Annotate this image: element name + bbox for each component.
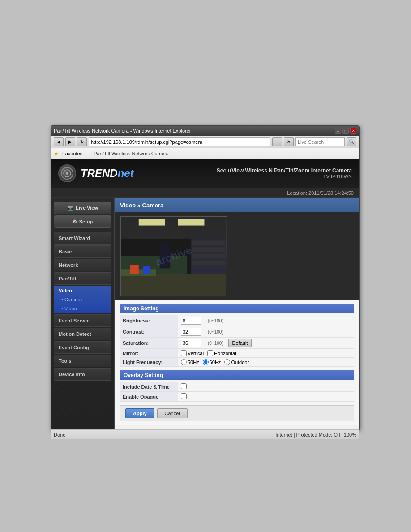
forward-button[interactable]: ▶	[65, 137, 75, 146]
freq-60hz-label[interactable]: 60Hz	[203, 359, 221, 365]
include-date-label: Include Date & Time	[120, 382, 178, 392]
sidebar-sub-camera[interactable]: • Camera	[54, 295, 111, 304]
apply-button[interactable]: Apply	[125, 408, 154, 418]
contrast-input[interactable]	[181, 328, 201, 336]
security-zone: Internet | Protected Mode: Off	[275, 432, 340, 438]
include-date-checkbox[interactable]	[181, 383, 187, 389]
mirror-options: Vertical Horizontal	[181, 350, 351, 356]
restore-button[interactable]: □	[342, 128, 349, 134]
sidebar-menu: Smart Wizard Basic Network Pan/Tilt Vide…	[54, 231, 111, 381]
content-area: Video » Camera	[115, 198, 359, 429]
enable-opaque-checkbox[interactable]	[181, 393, 187, 399]
sidebar-item-event-server[interactable]: Event Server	[54, 314, 111, 327]
svg-rect-11	[192, 254, 225, 258]
brightness-range: (0~100)	[205, 315, 354, 326]
gear-icon: ⚙	[73, 219, 77, 225]
window-controls: – □ ✕	[335, 128, 356, 134]
saturation-input[interactable]	[181, 339, 201, 347]
page-title: Video » Camera	[120, 202, 163, 209]
sidebar-item-event-config[interactable]: Event Config	[54, 341, 111, 354]
svg-rect-12	[192, 261, 225, 265]
image-settings-table: Brightness: (0~100) Contrast: (0~100) Sa…	[120, 315, 354, 367]
brightness-row: Brightness: (0~100)	[120, 315, 354, 326]
live-view-button[interactable]: 📷 Live View	[54, 202, 111, 214]
mirror-vertical-label[interactable]: Vertical	[181, 350, 204, 356]
refresh-button[interactable]: ↻	[77, 137, 87, 146]
header-info: SecurView Wireless N Pan/Tilt/Zoom Inter…	[217, 167, 352, 179]
url-input[interactable]	[89, 137, 270, 146]
content-header: Video » Camera	[115, 198, 359, 212]
svg-rect-17	[130, 265, 139, 274]
search-icon[interactable]: 🔍	[347, 137, 356, 146]
freq-50hz-label[interactable]: 50Hz	[181, 359, 199, 365]
sidebar-item-basic[interactable]: Basic	[54, 245, 111, 258]
action-buttons: Apply Cancel	[120, 405, 354, 421]
datetime-value: 2011/01/28 14:24:50	[308, 190, 354, 196]
svg-rect-9	[192, 241, 225, 245]
svg-point-14	[160, 243, 170, 256]
sidebar-item-network[interactable]: Network	[54, 259, 111, 271]
minimize-button[interactable]: –	[335, 128, 341, 134]
zoom-level: 100%	[344, 432, 356, 438]
sidebar-item-video[interactable]: Video • Camera • Video	[54, 286, 111, 313]
logo-icon	[58, 164, 76, 182]
enable-opaque-row: Enable Opaque	[120, 392, 354, 402]
brightness-label: Brightness:	[120, 315, 178, 326]
light-freq-row: Light Frequency: 50Hz 60Hz	[120, 358, 354, 367]
svg-rect-10	[192, 247, 225, 252]
mirror-horizontal-label[interactable]: Horizontal	[207, 350, 236, 356]
go-button[interactable]: →	[272, 137, 282, 146]
contrast-range: (0~100)	[205, 326, 354, 338]
title-bar: Pan/Tilt Wireless Network Camera - Windo…	[51, 126, 359, 136]
status-right: Internet | Protected Mode: Off 100%	[275, 432, 356, 438]
browser-window: Pan/Tilt Wireless Network Camera - Windo…	[51, 125, 360, 430]
freq-outdoor-label[interactable]: Outdoor	[224, 359, 249, 365]
sidebar: 📷 Live View ⚙ Setup Smart Wizard Basic N…	[51, 198, 115, 429]
stop-button[interactable]: ✕	[284, 137, 294, 146]
camera-header: TRENDnet SecurView Wireless N Pan/Tilt/Z…	[51, 159, 359, 188]
sidebar-item-device-info[interactable]: Device Info	[54, 368, 111, 381]
star-icon: ★	[54, 150, 59, 157]
enable-opaque-label: Enable Opaque	[120, 392, 178, 402]
location-bar: Location: 2011/01/28 14:24:50	[51, 188, 359, 198]
address-bar: ◀ ▶ ↻ → ✕ 🔍	[51, 136, 359, 148]
camera-ui: TRENDnet SecurView Wireless N Pan/Tilt/Z…	[51, 159, 359, 429]
brand-trend: TREND	[81, 167, 118, 179]
sidebar-item-tools[interactable]: Tools	[54, 355, 111, 367]
sidebar-item-smart-wizard[interactable]: Smart Wizard	[54, 232, 111, 245]
freq-outdoor-radio[interactable]	[224, 359, 230, 365]
default-button[interactable]: Default	[228, 339, 252, 347]
model-number: TV-IP410WN	[217, 174, 352, 179]
sidebar-sub-video[interactable]: • Video	[54, 304, 111, 313]
status-text: Done	[54, 432, 65, 438]
mirror-vertical-checkbox[interactable]	[181, 350, 187, 356]
svg-rect-4	[121, 217, 227, 239]
window-title: Pan/Tilt Wireless Network Camera - Windo…	[54, 128, 191, 133]
sidebar-item-motion-detect[interactable]: Motion Detect	[54, 328, 111, 340]
mirror-row: Mirror: Vertical Horizontal	[120, 349, 354, 358]
contrast-label: Contrast:	[120, 326, 178, 338]
mirror-label: Mirror:	[120, 349, 178, 358]
setup-button[interactable]: ⚙ Setup	[54, 215, 111, 228]
search-input[interactable]	[295, 137, 345, 146]
sidebar-item-pan-tilt[interactable]: Pan/Tilt	[54, 272, 111, 285]
location-label: Location:	[287, 190, 307, 196]
mirror-horizontal-checkbox[interactable]	[207, 350, 213, 356]
logo-text: TRENDnet	[81, 167, 134, 180]
favorite-item[interactable]: Pan/Tilt Wireless Network Camera	[94, 151, 169, 156]
close-button[interactable]: ✕	[350, 128, 356, 134]
saturation-row: Saturation: (0~100) Default	[120, 338, 354, 349]
freq-60hz-radio[interactable]	[203, 359, 209, 365]
back-button[interactable]: ◀	[54, 137, 64, 146]
video-menu-title: Video	[54, 286, 111, 295]
overlay-settings-table: Include Date & Time Enable Opaque	[120, 382, 354, 402]
svg-rect-5	[139, 219, 165, 226]
video-preview-section: archive	[115, 212, 359, 300]
svg-rect-15	[160, 255, 170, 268]
svg-rect-7	[121, 274, 227, 296]
brightness-input[interactable]	[181, 317, 201, 325]
freq-50hz-radio[interactable]	[181, 359, 187, 365]
cancel-button[interactable]: Cancel	[157, 408, 188, 418]
saturation-range: (0~100) Default	[205, 338, 354, 349]
svg-rect-18	[143, 266, 150, 274]
